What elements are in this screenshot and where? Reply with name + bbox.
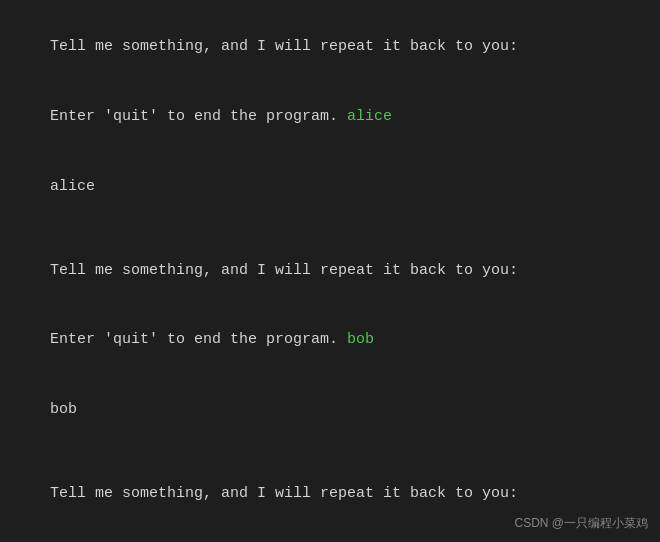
block-1-echo: alice xyxy=(14,152,646,222)
terminal-window: Tell me something, and I will repeat it … xyxy=(0,0,660,542)
block-2-echo: bob xyxy=(14,375,646,445)
block-2-prompt2: Enter 'quit' to end the program. bob xyxy=(14,305,646,375)
block-1-prompt1: Tell me something, and I will repeat it … xyxy=(14,12,646,82)
block-1-prompt2: Enter 'quit' to end the program. alice xyxy=(14,82,646,152)
watermark: CSDN @一只编程小菜鸡 xyxy=(514,515,648,532)
block-2-prompt1: Tell me something, and I will repeat it … xyxy=(14,235,646,305)
